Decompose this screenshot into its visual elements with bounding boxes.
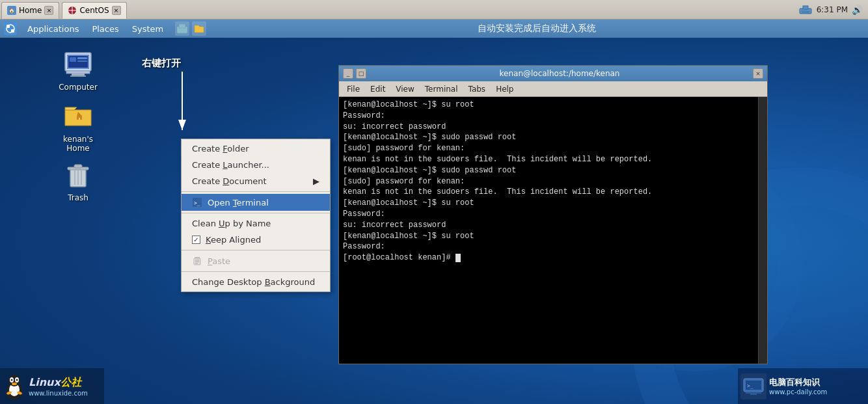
terminal-titlebar: _ □ kenan@localhost:/home/kenan × [339,66,767,81]
svg-rect-4 [802,11,809,14]
svg-point-47 [16,379,18,381]
tux-icon [3,371,26,401]
terminal-line: kenan is not in the sudoers file. This i… [343,154,763,165]
tab-home-close[interactable]: × [44,6,53,15]
svg-rect-9 [11,29,14,33]
svg-rect-38 [195,262,199,263]
terminal-menu-tabs[interactable]: Tabs [463,83,491,95]
menu-separator-1 [182,191,330,192]
svg-rect-21 [77,57,87,59]
window-close-btn[interactable]: × [753,68,763,79]
menu-create-document[interactable]: Create Document ▶ [182,173,330,189]
create-launcher-label: Create Launcher... [192,160,269,170]
svg-rect-51 [740,373,766,399]
gnome-logo-icon [4,22,17,35]
svg-rect-39 [195,263,198,264]
keep-aligned-label: Keep Aligned [206,235,261,245]
terminal-line: Password: [343,111,763,122]
trash-icon[interactable]: Trash [52,159,104,202]
terminal-line: [sudo] password for kenan: [343,176,763,187]
tab-centos[interactable]: CentOS × [62,2,126,19]
right-click-annotation: 右键打开 [142,57,181,70]
svg-rect-37 [195,260,199,261]
svg-rect-25 [79,118,80,120]
file-manager-icon [192,21,206,36]
computer-label: Computer [59,83,98,92]
terminal-scrollbar[interactable] [758,97,767,364]
svg-text:>_: >_ [194,200,200,206]
terminal-line: [kenan@localhost ~]$ su root [343,100,763,111]
tab-home[interactable]: 🏠 Home × [1,2,59,19]
system-menu[interactable]: System [127,23,169,35]
menu-separator-3 [182,250,330,250]
tab-centos-label: CentOS [79,6,109,15]
menu-change-bg[interactable]: Change Desktop Background [182,274,330,290]
terminal-line: Password: [343,209,763,220]
menu-clean-up[interactable]: Clean Up by Name [182,215,330,232]
create-document-label: Create Document [192,176,267,186]
svg-rect-28 [74,165,82,168]
pc-logo: >_ 电脑百科知识 www.pc-daily.com [738,368,868,404]
terminal-menu-view[interactable]: View [390,83,419,95]
tab-home-label: Home [19,6,42,15]
places-menu[interactable]: Places [87,23,124,35]
linux-logo: Linux公社 www.linuxide.com [0,368,104,404]
computer-icon-image [62,49,94,80]
terminal-line: [root@localhost kenan]# [343,252,763,263]
terminal-cursor [455,254,461,262]
system-tray: 6:31 PM 🔊 [798,5,868,15]
trash-icon-image [62,159,94,191]
svg-rect-16 [66,71,90,74]
terminal-window: _ □ kenan@localhost:/home/kenan × File E… [338,65,768,364]
terminal-menu-terminal[interactable]: Terminal [420,83,463,95]
svg-rect-17 [72,74,85,75]
desktop: 🏠 Home × CentOS × [0,0,868,404]
trash-label: Trash [68,193,88,202]
svg-rect-20 [70,57,76,62]
kenan-home-icon[interactable]: kenan's Home [52,101,104,153]
context-menu: Create Folder Create Launcher... Create … [181,139,331,292]
tab-list: 🏠 Home × CentOS × [0,0,798,19]
terminal-line: Password: [343,241,763,252]
tab-centos-close[interactable]: × [112,6,121,15]
browser-tab-bar: 🏠 Home × CentOS × [0,0,868,20]
menu-open-terminal[interactable]: >_ Open Terminal [182,194,330,211]
applications-menu[interactable]: Applications [22,23,84,35]
paste-label: Paste [208,256,230,266]
clock-display: 6:31 PM [817,5,848,14]
terminal-menu-help[interactable]: Help [491,83,519,95]
terminal-menu-edit[interactable]: Edit [365,83,390,95]
window-maximize-btn[interactable]: □ [356,68,366,79]
terminal-menubar: File Edit View Terminal Tabs Help [339,81,767,97]
keep-aligned-checkbox: ✓ [192,236,200,244]
menu-keep-aligned[interactable]: ✓ Keep Aligned [182,232,330,248]
menu-paste: Paste [182,252,330,269]
network-applet-icon [175,21,189,36]
pc-brand: 电脑百科知识 [769,377,827,388]
paste-menu-icon [192,256,202,266]
terminal-menu-icon: >_ [192,197,202,208]
terminal-title: kenan@localhost:/home/kenan [369,69,750,78]
terminal-line: [kenan@localhost ~]$ su root [343,198,763,209]
create-folder-label: Create Folder [192,144,249,154]
gnome-panel: Applications Places System 自动安装完成后自动进入系统 [0,20,868,38]
menu-create-launcher[interactable]: Create Launcher... [182,157,330,173]
terminal-line: [kenan@localhost ~]$ sudo passwd root [343,132,763,143]
svg-rect-55 [750,394,757,395]
terminal-line: su: incorrect password [343,122,763,133]
terminal-line: su: incorrect password [343,220,763,231]
terminal-menu-file[interactable]: File [342,83,365,95]
svg-rect-52 [744,379,763,392]
menu-create-folder[interactable]: Create Folder [182,141,330,157]
pc-url: www.pc-daily.com [769,388,827,396]
terminal-line: kenan is not in the sudoers file. This i… [343,187,763,198]
volume-icon: 🔊 [852,5,863,15]
home-tab-icon: 🏠 [7,6,16,15]
terminal-output: [kenan@localhost ~]$ su rootPassword:su:… [343,100,763,263]
create-document-arrow: ▶ [313,176,319,186]
window-minimize-btn[interactable]: _ [343,68,353,79]
terminal-content[interactable]: [kenan@localhost ~]$ su rootPassword:su:… [339,97,767,364]
svg-point-46 [11,379,13,381]
menu-separator-2 [182,213,330,213]
computer-icon[interactable]: Computer [52,49,104,92]
